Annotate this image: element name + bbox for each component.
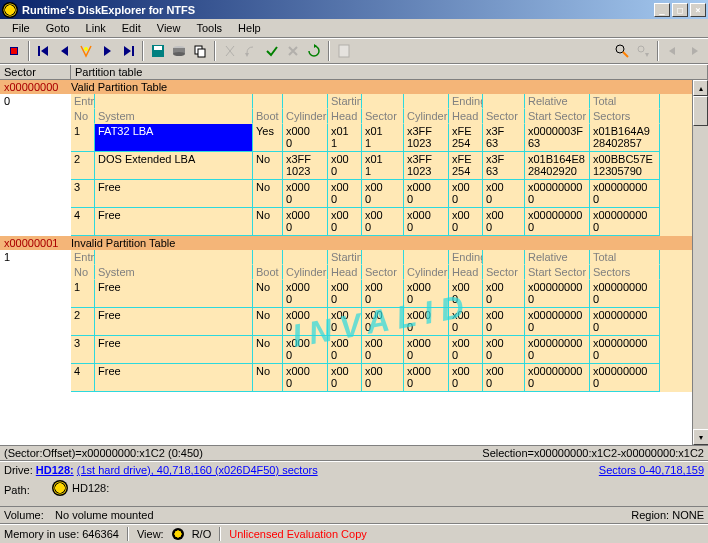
menu-tools[interactable]: Tools <box>188 20 230 36</box>
scroll-up-button[interactable]: ▴ <box>693 80 708 96</box>
cell-end-sector: x000 <box>483 364 525 392</box>
table-row[interactable]: 2DOS Extended LBANox3FF1023x000x011x3FF1… <box>71 152 692 180</box>
cell-system: DOS Extended LBA <box>95 152 253 180</box>
cell-entry-no: 2 <box>71 308 95 336</box>
table-row[interactable]: 4FreeNox0000x000x000x0000x000x000x000000… <box>71 208 692 236</box>
cell-system: FAT32 LBA <box>95 124 253 152</box>
drive-desc-link[interactable]: (1st hard drive), 40,718,160 (x026D4F50)… <box>77 464 318 476</box>
cell-total: x000000000 <box>590 280 660 308</box>
memory-label: Memory in use: 646364 <box>4 528 119 540</box>
cell-end-head: x000 <box>449 180 483 208</box>
view-icon <box>172 528 184 540</box>
drive-sectors-link[interactable]: Sectors 0-40,718,159 <box>599 464 704 476</box>
table-row[interactable]: 1FreeNox0000x000x000x0000x000x000x000000… <box>71 280 692 308</box>
stop-button[interactable] <box>4 41 24 61</box>
menu-file[interactable]: File <box>4 20 38 36</box>
cell-entry-no: 3 <box>71 336 95 364</box>
refresh-button[interactable] <box>304 41 324 61</box>
cell-entry-no: 2 <box>71 152 95 180</box>
table-header-row: NoSystemBootCylinderHeadSectorCylinderHe… <box>71 109 692 124</box>
cell-end-cyl: x0000 <box>404 364 449 392</box>
sector-offset-label: (Sector:Offset)=x00000000:x1C2 (0:450) <box>4 447 203 459</box>
cell-end-sector: x3F63 <box>483 152 525 180</box>
cell-relative: x000000000 <box>525 308 590 336</box>
cell-start-cyl: x0000 <box>283 308 328 336</box>
sector-number: 0 <box>0 94 71 108</box>
cell-entry-no: 3 <box>71 180 95 208</box>
scroll-down-button[interactable]: ▾ <box>693 429 708 445</box>
region-value: NONE <box>672 509 704 521</box>
menu-edit[interactable]: Edit <box>114 20 149 36</box>
header-partition[interactable]: Partition table <box>71 65 708 79</box>
cell-start-cyl: x0000 <box>283 208 328 236</box>
first-button[interactable] <box>34 41 54 61</box>
toolbar <box>0 38 708 64</box>
table-row[interactable]: 1FAT32 LBAYesx0000x011x011x3FF1023xFE254… <box>71 124 692 152</box>
cell-start-head: x000 <box>328 336 362 364</box>
cell-end-sector: x000 <box>483 336 525 364</box>
table-row[interactable]: 4FreeNox0000x000x000x0000x000x000x000000… <box>71 364 692 392</box>
svg-point-5 <box>84 47 88 51</box>
prev-button[interactable] <box>55 41 75 61</box>
drive-label: Drive: <box>4 464 33 476</box>
save-button[interactable] <box>148 41 168 61</box>
cell-start-head: x000 <box>328 364 362 392</box>
cell-entry-no: 1 <box>71 124 95 152</box>
minimize-button[interactable]: _ <box>654 3 670 17</box>
menu-help[interactable]: Help <box>230 20 269 36</box>
copy-button[interactable] <box>190 41 210 61</box>
cancel-button <box>283 41 303 61</box>
volume-bar: Volume: No volume mounted Region: NONE <box>0 506 708 524</box>
maximize-button[interactable]: □ <box>672 3 688 17</box>
check-button[interactable] <box>262 41 282 61</box>
cell-total: x000000000 <box>590 308 660 336</box>
header-sector[interactable]: Sector <box>0 65 71 79</box>
cell-entry-no: 4 <box>71 364 95 392</box>
undo-button <box>241 41 261 61</box>
cell-end-head: xFE254 <box>449 152 483 180</box>
cell-start-cyl: x0000 <box>283 280 328 308</box>
cell-total: x000000000 <box>590 208 660 236</box>
vertical-scrollbar[interactable]: ▴ ▾ <box>692 80 708 445</box>
svg-marker-3 <box>41 46 48 56</box>
svg-rect-15 <box>198 49 205 57</box>
last-button[interactable] <box>118 41 138 61</box>
cell-boot: No <box>253 280 283 308</box>
cell-relative: x0000003F63 <box>525 124 590 152</box>
section-address: x00000000 <box>4 81 71 93</box>
cell-relative: x000000000 <box>525 208 590 236</box>
scroll-thumb[interactable] <box>693 96 708 126</box>
search-button[interactable] <box>612 41 632 61</box>
section-title: Invalid Partition Table <box>71 237 175 249</box>
menu-view[interactable]: View <box>149 20 189 36</box>
search-next-button <box>633 41 653 61</box>
cell-start-sector: x000 <box>362 280 404 308</box>
cell-end-sector: x000 <box>483 180 525 208</box>
menu-goto[interactable]: Goto <box>38 20 78 36</box>
section-header: x00000000Valid Partition Table <box>0 80 692 94</box>
cell-system: Free <box>95 308 253 336</box>
cell-start-cyl: x0000 <box>283 180 328 208</box>
cell-relative: x000000000 <box>525 180 590 208</box>
disk-button[interactable] <box>169 41 189 61</box>
svg-point-21 <box>638 46 644 52</box>
table-row[interactable]: 2FreeNox0000x000x000x0000x000x000x000000… <box>71 308 692 336</box>
cell-end-cyl: x0000 <box>404 280 449 308</box>
table-row[interactable]: 3FreeNox0000x000x000x0000x000x000x000000… <box>71 336 692 364</box>
unlicensed-label: Unlicensed Evaluation Copy <box>229 528 367 540</box>
close-button[interactable]: × <box>690 3 706 17</box>
drive-name-link[interactable]: HD128: <box>36 464 74 476</box>
menu-bar: FileGotoLinkEditViewToolsHelp <box>0 19 708 38</box>
back-button <box>663 41 683 61</box>
cell-entry-no: 4 <box>71 208 95 236</box>
cell-end-head: x000 <box>449 280 483 308</box>
path-value: HD128: <box>72 482 109 494</box>
table-header-row: EntryStartingEndingRelativeTotal <box>71 94 692 109</box>
cell-end-cyl: x0000 <box>404 180 449 208</box>
next-button[interactable] <box>97 41 117 61</box>
menu-link[interactable]: Link <box>78 20 114 36</box>
table-row[interactable]: 3FreeNox0000x000x000x0000x000x000x000000… <box>71 180 692 208</box>
goto-button[interactable] <box>76 41 96 61</box>
svg-line-20 <box>623 52 628 57</box>
svg-point-19 <box>616 45 624 53</box>
